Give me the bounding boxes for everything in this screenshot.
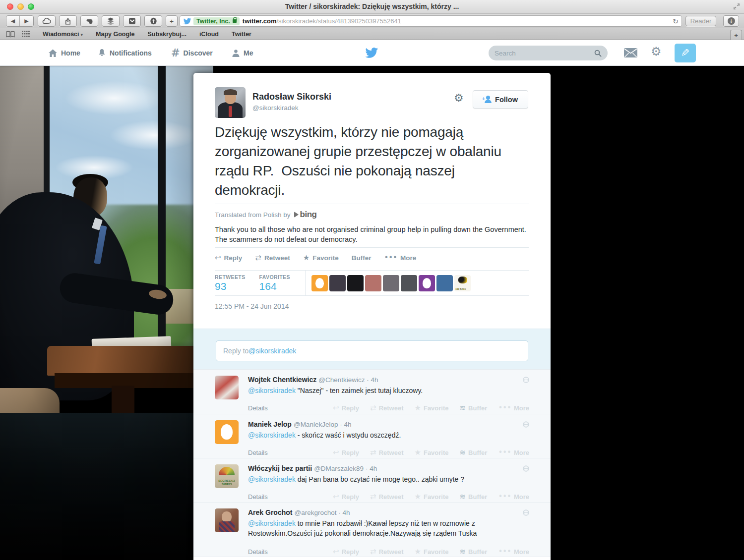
buffer-action[interactable]: ≋Buffer	[460, 547, 488, 556]
reply-avatar[interactable]: SEGREGUJ ŚMIECI	[215, 464, 239, 488]
retweet-action[interactable]: ⇄Retweet	[255, 253, 290, 262]
reply-author-name[interactable]: Wojtek Chentkiewicz	[248, 376, 316, 384]
compose-tweet-button[interactable]: ✎	[675, 44, 696, 62]
pocket-icon[interactable]	[123, 15, 141, 27]
retweet-action[interactable]: ⇄Retweet	[370, 492, 403, 501]
engager-avatar[interactable]	[329, 275, 346, 291]
follow-button[interactable]: + Follow	[473, 90, 528, 109]
settings-gear-icon[interactable]: ⚙	[651, 45, 662, 58]
mention-link[interactable]: @sikorskiradek	[248, 475, 296, 483]
reply-action[interactable]: ↩Reply	[333, 547, 359, 556]
new-tab-button[interactable]: +	[166, 15, 178, 27]
evernote-icon[interactable]	[80, 15, 98, 27]
reply-action[interactable]: ↩Reply	[333, 448, 359, 457]
reader-button[interactable]: Reader	[685, 16, 716, 26]
mention-link[interactable]: @sikorskiradek	[248, 387, 296, 394]
bookmark-twitter[interactable]: Twitter	[232, 31, 251, 38]
nav-notifications[interactable]: Notifications	[98, 40, 152, 66]
more-action[interactable]: •••More	[384, 253, 416, 262]
buffer-action[interactable]: ≋Buffer	[460, 492, 488, 501]
more-action[interactable]: •••More	[498, 448, 529, 457]
reply-input[interactable]: Reply to @sikorskiradek	[216, 340, 528, 361]
messages-icon[interactable]	[624, 48, 637, 57]
reading-list-icon[interactable]	[6, 31, 15, 38]
back-button[interactable]: ◀	[6, 16, 20, 26]
search-icon[interactable]	[594, 50, 602, 57]
engager-avatar[interactable]	[419, 275, 435, 291]
tweet-gear-icon[interactable]: ⚙	[454, 92, 464, 104]
reply-author-handle[interactable]: @DMarszalek89	[314, 465, 364, 472]
reply-avatar[interactable]	[215, 376, 239, 399]
icloud-tabs-button[interactable]	[38, 15, 56, 27]
more-action[interactable]: •••More	[498, 403, 529, 412]
favorite-action[interactable]: ★Favorite	[303, 253, 339, 262]
reply-author-name[interactable]: Arek Grochot	[248, 508, 292, 516]
bell-icon	[98, 49, 106, 57]
engager-avatar[interactable]	[383, 275, 399, 291]
bookmark-icloud[interactable]: iCloud	[199, 31, 219, 38]
reply-action[interactable]: ↩Reply	[333, 403, 359, 412]
ev-certificate-badge[interactable]: Twitter, Inc.	[193, 17, 240, 25]
bookmark-mapy-google[interactable]: Mapy Google	[96, 31, 134, 38]
reply-author-name[interactable]: Włóczykij bez partii	[248, 464, 312, 472]
tweet-author-handle[interactable]: @sikorskiradek	[252, 104, 298, 112]
twitter-bird-logo[interactable]	[365, 47, 378, 58]
details-link[interactable]: Details	[248, 449, 268, 456]
bookmark-wiadomosci[interactable]: Wiadomości	[43, 31, 83, 38]
mention-link[interactable]: @sikorskiradek	[248, 519, 296, 527]
buffer-action[interactable]: ≋Buffer	[460, 403, 488, 412]
bookmarks-grid-icon[interactable]	[22, 31, 30, 37]
refresh-icon[interactable]: ↻	[673, 17, 679, 25]
follow-person-icon: +	[483, 96, 492, 103]
tweet-author-avatar[interactable]	[215, 87, 246, 118]
share-button[interactable]	[59, 15, 77, 27]
details-link[interactable]: Details	[248, 404, 268, 412]
buffer-action[interactable]: Buffer	[352, 253, 372, 262]
nav-discover[interactable]: # Discover	[171, 40, 213, 66]
buffer-icon[interactable]	[102, 15, 120, 27]
new-tab-plus-button[interactable]: +	[730, 30, 742, 40]
engager-avatar[interactable]	[365, 275, 381, 291]
tweet-author-name[interactable]: Radosław Sikorski	[252, 92, 331, 102]
reply-author-handle[interactable]: @ManiekJelop	[294, 421, 338, 428]
reply-author-handle[interactable]: @arekgrochot	[294, 509, 336, 516]
retweet-count-block[interactable]: RETWEETS 93	[215, 274, 259, 292]
reply-author-name[interactable]: Maniek Jelop	[248, 420, 292, 428]
nav-me[interactable]: Me	[232, 40, 253, 66]
engager-avatar[interactable]	[347, 275, 364, 291]
favorite-action[interactable]: ★Favorite	[415, 403, 449, 412]
onepassword-icon[interactable]	[144, 15, 162, 27]
engager-avatar[interactable]	[311, 275, 328, 291]
downloads-button[interactable]: ↓	[723, 15, 739, 27]
address-bar[interactable]: Twitter, Inc. twitter.com/sikorskiradek/…	[180, 15, 682, 27]
reply-action[interactable]: ↩Reply	[215, 253, 242, 262]
retweet-action[interactable]: ⇄Retweet	[370, 547, 403, 556]
reply-text: @sikorskiradek to mnie Pan rozbawił :)Ka…	[248, 518, 528, 538]
details-link[interactable]: Details	[248, 548, 268, 556]
more-action[interactable]: •••More	[498, 492, 529, 501]
fullscreen-icon[interactable]	[733, 3, 740, 10]
details-link[interactable]: Details	[248, 493, 268, 501]
engager-avatar[interactable]	[436, 275, 453, 291]
search-input[interactable]	[495, 50, 594, 57]
engager-avatar[interactable]: 100 Klwe	[454, 275, 471, 291]
favorite-count-block[interactable]: FAVORITES 164	[259, 274, 304, 292]
forward-button[interactable]: ▶	[20, 16, 33, 26]
reply-avatar[interactable]	[215, 508, 239, 532]
retweet-action[interactable]: ⇄Retweet	[370, 403, 403, 412]
favorite-action[interactable]: ★Favorite	[415, 448, 449, 457]
buffer-action[interactable]: ≋Buffer	[460, 448, 488, 457]
favorite-action[interactable]: ★Favorite	[415, 547, 449, 556]
mention-link[interactable]: @sikorskiradek	[248, 431, 296, 439]
bing-logo[interactable]: bing	[294, 210, 317, 220]
reply-action[interactable]: ↩Reply	[333, 492, 359, 501]
more-action[interactable]: •••More	[498, 547, 529, 556]
retweet-action[interactable]: ⇄Retweet	[370, 448, 403, 457]
favorite-action[interactable]: ★Favorite	[415, 492, 449, 501]
engager-avatar[interactable]	[401, 275, 417, 291]
reply-author-handle[interactable]: @Chentkiewicz	[318, 376, 365, 384]
nav-home-label: Home	[61, 49, 80, 57]
reply-avatar[interactable]	[215, 420, 239, 444]
nav-home[interactable]: Home	[48, 40, 80, 66]
bookmark-subskrybuj[interactable]: Subskrybuj...	[148, 31, 187, 38]
